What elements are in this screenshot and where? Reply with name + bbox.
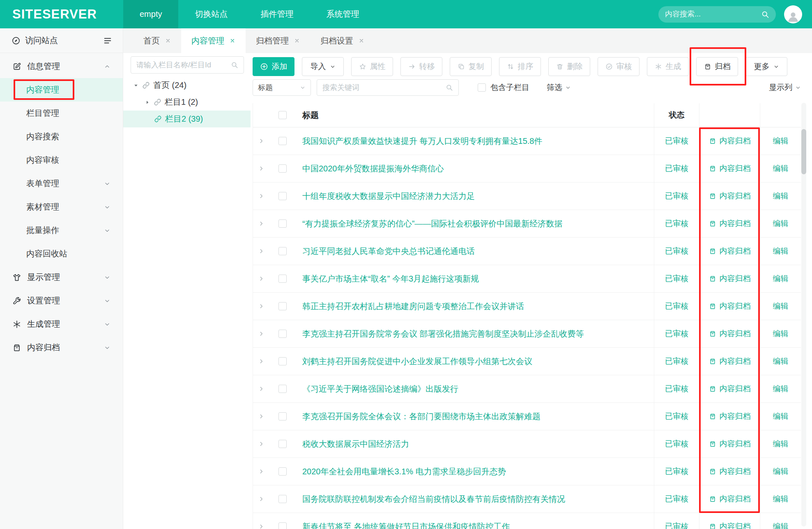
row-checkbox[interactable]: [278, 275, 287, 283]
row-expand-toggle[interactable]: [253, 430, 269, 457]
row-expand-toggle[interactable]: [253, 375, 269, 402]
row-expand-toggle[interactable]: [253, 320, 269, 347]
content-archive-button[interactable]: 内容归档: [699, 348, 760, 375]
sidebar-group-display-management[interactable]: 显示管理: [0, 266, 123, 289]
content-archive-button[interactable]: 内容归档: [699, 127, 760, 155]
search-icon[interactable]: [446, 84, 453, 91]
scrollbar-thumb[interactable]: [801, 129, 806, 174]
content-title-link[interactable]: 中国2020年外贸数据提振海外华商信心: [302, 163, 444, 174]
row-checkbox[interactable]: [278, 219, 287, 228]
row-checkbox[interactable]: [278, 247, 287, 255]
tab-home[interactable]: 首页: [133, 28, 181, 53]
content-title-link[interactable]: 刘鹤主持召开国务院促进中小企业发展工作领导小组第七次会议: [302, 356, 532, 367]
sidebar-item-content-management[interactable]: 内容管理: [0, 78, 123, 102]
include-children-checkbox[interactable]: [478, 83, 486, 92]
delete-button[interactable]: 删除: [548, 57, 590, 76]
edit-link[interactable]: 编辑: [773, 301, 789, 312]
topnav-system-management[interactable]: 系统管理: [310, 0, 375, 28]
caret-right-icon[interactable]: [145, 99, 150, 105]
sidebar-item-content-search[interactable]: 内容搜索: [0, 125, 123, 148]
filter-dropdown[interactable]: 筛选: [547, 82, 571, 93]
edit-link[interactable]: 编辑: [773, 494, 789, 504]
content-archive-button[interactable]: 内容归档: [699, 375, 760, 402]
keyword-input[interactable]: [322, 83, 446, 92]
channel-search-input[interactable]: [136, 61, 231, 69]
close-icon[interactable]: [294, 38, 300, 44]
sidebar-item-material-management[interactable]: 素材管理: [0, 195, 123, 219]
row-expand-toggle[interactable]: [253, 127, 269, 155]
edit-link[interactable]: 编辑: [773, 191, 789, 201]
content-title-link[interactable]: 《习近平关于网络强国论述摘编》出版发行: [302, 383, 458, 395]
generate-button[interactable]: 生成: [647, 57, 689, 76]
include-children-option[interactable]: 包含子栏目: [478, 82, 529, 93]
content-title-link[interactable]: 韩正主持召开农村乱占耕地建房问题专项整治工作会议并讲话: [302, 301, 524, 312]
channel-search-box[interactable]: [131, 56, 244, 74]
edit-link[interactable]: 编辑: [773, 136, 789, 146]
row-checkbox[interactable]: [278, 385, 287, 393]
content-title-link[interactable]: 李克强主持召开国务院常务会议 部署强化措施完善制度坚决制止涉企乱收费等: [302, 328, 584, 340]
content-search-input[interactable]: [665, 10, 761, 18]
content-title-link[interactable]: 税收大数据展示中国经济活力: [302, 439, 409, 450]
row-checkbox[interactable]: [278, 440, 287, 448]
content-archive-button[interactable]: 内容归档: [699, 403, 760, 430]
row-checkbox[interactable]: [278, 137, 287, 145]
add-button[interactable]: 添加: [253, 57, 294, 76]
content-title-link[interactable]: 十组年度税收大数据显示中国经济潜力大活力足: [302, 191, 475, 202]
edit-link[interactable]: 编辑: [773, 356, 789, 367]
content-search-box[interactable]: [658, 6, 776, 23]
sidebar-item-content-audit[interactable]: 内容审核: [0, 148, 123, 172]
visit-site-link[interactable]: 访问站点: [12, 35, 58, 46]
content-archive-button[interactable]: 内容归档: [699, 182, 760, 210]
keyword-search-box[interactable]: [317, 79, 459, 96]
edit-link[interactable]: 编辑: [773, 466, 789, 477]
row-expand-toggle[interactable]: [253, 513, 269, 529]
close-icon[interactable]: [165, 38, 171, 44]
content-archive-button[interactable]: 内容归档: [699, 485, 760, 513]
content-archive-button[interactable]: 内容归档: [699, 238, 760, 265]
tab-archive-settings[interactable]: 归档设置: [310, 28, 375, 53]
tree-node-channel2[interactable]: 栏目2 (39): [123, 111, 251, 127]
transfer-button[interactable]: 转移: [400, 57, 442, 76]
tree-node-channel1[interactable]: 栏目1 (2): [123, 94, 251, 111]
row-checkbox[interactable]: [278, 495, 287, 503]
content-archive-button[interactable]: 内容归档: [699, 265, 760, 292]
edit-link[interactable]: 编辑: [773, 273, 789, 284]
row-expand-toggle[interactable]: [253, 293, 269, 320]
content-archive-button[interactable]: 内容归档: [699, 430, 760, 457]
sidebar-item-channel-management[interactable]: 栏目管理: [0, 102, 123, 125]
display-columns-dropdown[interactable]: 显示列: [769, 82, 801, 93]
content-archive-button[interactable]: 内容归档: [699, 458, 760, 485]
row-expand-toggle[interactable]: [253, 485, 269, 513]
content-title-link[interactable]: “有力提振全球经济复苏的信心”——国际社会积极评价中国最新经济数据: [302, 218, 562, 229]
import-button[interactable]: 导入: [302, 57, 344, 76]
content-title-link[interactable]: 2020年全社会用电量增长3.1% 电力需求呈稳步回升态势: [302, 466, 506, 477]
row-checkbox[interactable]: [278, 412, 287, 420]
field-select[interactable]: 标题: [253, 79, 311, 96]
row-checkbox[interactable]: [278, 302, 287, 310]
close-icon[interactable]: [230, 38, 235, 44]
row-expand-toggle[interactable]: [253, 182, 269, 210]
sort-button[interactable]: 排序: [499, 57, 541, 76]
content-title-link[interactable]: 新春佳节将至 各地统筹做好节日市场保供和疫情防控工作: [302, 521, 510, 529]
tab-archive-management[interactable]: 归档管理: [246, 28, 310, 53]
sidebar-item-batch-operations[interactable]: 批量操作: [0, 219, 123, 242]
row-checkbox[interactable]: [278, 522, 287, 529]
sidebar-group-content-archive[interactable]: 内容归档: [0, 336, 123, 359]
content-archive-button[interactable]: 内容归档: [699, 293, 760, 320]
content-title-link[interactable]: 李克强召开国务院全体会议：各部门要围绕市场主体出政策解难题: [302, 411, 541, 422]
vertical-scrollbar[interactable]: [801, 103, 806, 527]
caret-down-icon[interactable]: [133, 83, 139, 88]
edit-link[interactable]: 编辑: [773, 439, 789, 449]
row-expand-toggle[interactable]: [253, 265, 269, 292]
edit-link[interactable]: 编辑: [773, 521, 789, 529]
tree-node-home[interactable]: 首页 (24): [123, 77, 251, 94]
avatar[interactable]: [784, 5, 802, 23]
content-title-link[interactable]: 国务院联防联控机制发布会介绍当前疫情以及春节前后疫情防控有关情况: [302, 494, 565, 505]
topnav-plugin-management[interactable]: 插件管理: [244, 0, 310, 28]
sidebar-collapse-toggle[interactable]: [103, 36, 112, 45]
search-icon[interactable]: [761, 10, 769, 18]
row-checkbox[interactable]: [278, 192, 287, 200]
row-checkbox[interactable]: [278, 164, 287, 173]
row-expand-toggle[interactable]: [253, 210, 269, 237]
edit-link[interactable]: 编辑: [773, 163, 789, 174]
